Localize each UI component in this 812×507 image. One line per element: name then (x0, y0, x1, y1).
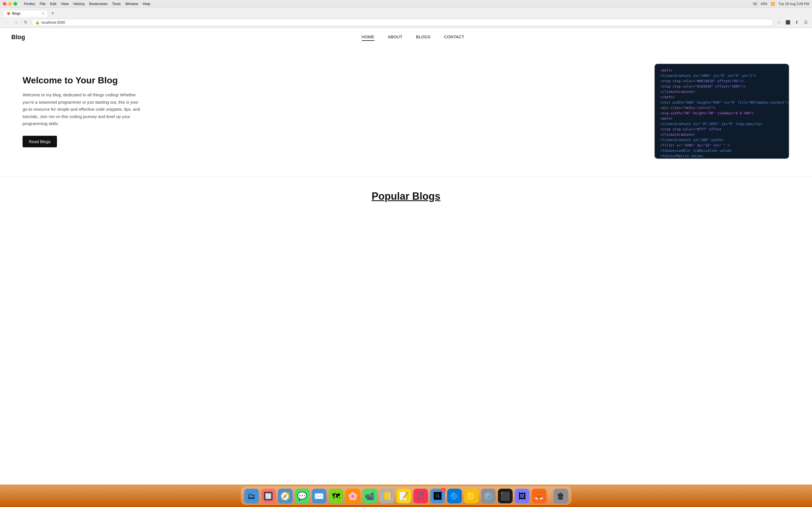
traffic-lights (3, 2, 17, 6)
code-line: <svg width="96" height="96" viewBox="0 0… (660, 111, 783, 115)
maximize-button[interactable] (13, 2, 17, 6)
code-line: <filter x="-500%" dy="16" in=" " > (660, 144, 783, 147)
url-input[interactable]: 🔒 localhost:3000 (32, 19, 773, 26)
pocket-icon[interactable]: ⬛ (784, 19, 791, 25)
hero-section: Welcome to Your Blog Welcome to my blog,… (0, 47, 812, 176)
minimize-button[interactable] (8, 2, 12, 6)
code-line: <defs> (660, 117, 783, 121)
menu-view[interactable]: View (61, 2, 69, 6)
back-button[interactable]: ‹ (3, 18, 10, 26)
tab-bar: 🦊 Blogs × + (0, 8, 812, 17)
tab-title: Blogs (12, 11, 40, 15)
site-logo: Blog (11, 34, 25, 41)
popular-blogs-title: Popular Blogs (22, 190, 790, 202)
code-line: <stop stop-color="#0619018" offset="0%"/… (660, 79, 783, 83)
new-tab-button[interactable]: + (49, 10, 56, 17)
menu-help[interactable]: Help (143, 2, 150, 6)
code-line: <feColorMatrix values (660, 154, 783, 158)
menu-firefox[interactable]: Firefox (24, 2, 35, 6)
datetime: Tue 29 Aug 3:09 PM (778, 2, 809, 6)
hero-description: Welcome to my blog, dedicated to all thi… (22, 91, 141, 127)
tab-favicon: 🦊 (6, 11, 10, 15)
tab-close-button[interactable]: × (42, 11, 44, 15)
menu-edit[interactable]: Edit (50, 2, 56, 6)
code-line: <feGaussianBlur stdDeviation values (660, 149, 783, 153)
site-navigation: Blog HOME ABOUT BLOGS CONTACT (0, 28, 812, 47)
url-text: localhost:3000 (42, 20, 65, 24)
code-line: <linearGradient x1="-87.565%" y1="0" sto… (660, 122, 783, 126)
reload-button[interactable]: ↻ (22, 18, 29, 26)
menu-history[interactable]: History (73, 2, 85, 6)
bookmark-icon[interactable]: ☆ (775, 19, 782, 25)
nav-blogs[interactable]: BLOGS (416, 34, 430, 40)
code-line: </linearGradient> (660, 133, 783, 136)
nav-contact[interactable]: CONTACT (444, 34, 464, 40)
menu-file[interactable]: File (40, 2, 46, 6)
active-tab[interactable]: 🦊 Blogs × (3, 10, 48, 17)
code-line: <div class="media-control"> (660, 106, 783, 110)
security-icon: 🔒 (35, 20, 40, 24)
code-line: <linearGradient x1="100%" y1="0" x2="0" … (660, 74, 783, 78)
titlebar: Firefox File Edit View History Bookmarks… (0, 0, 812, 8)
code-line: </defs> (660, 95, 783, 99)
nav-home[interactable]: HOME (362, 34, 374, 40)
code-line: <linearGradient x2="500" width> (660, 138, 783, 142)
code-line: <defs> (660, 68, 783, 72)
code-line: <stop stop-color="#103040" offset="100%"… (660, 84, 783, 89)
hero-image-box: <defs> <linearGradient x1="100%" y1="0" … (654, 63, 790, 159)
code-image: <defs> <linearGradient x1="100%" y1="0" … (655, 64, 789, 159)
menu-tools[interactable]: Tools (112, 2, 121, 6)
address-bar: ‹ › ↻ 🔒 localhost:3000 ☆ ⬛ ⬇ ☰ (0, 17, 812, 27)
battery-indicator: 49% (761, 2, 767, 6)
hero-text: Welcome to Your Blog Welcome to my blog,… (22, 75, 637, 147)
nav-links: HOME ABOUT BLOGS CONTACT (362, 34, 464, 40)
menu-window[interactable]: Window (125, 2, 138, 6)
browser-toolbar-right: ☆ ⬛ ⬇ ☰ (775, 19, 809, 25)
se-icon: SE (753, 2, 757, 6)
wifi-icon: 📶 (771, 2, 775, 6)
popular-blogs-section: Popular Blogs (0, 176, 812, 219)
code-line: </linearGradient> (660, 90, 783, 94)
menu-icon[interactable]: ☰ (802, 19, 809, 25)
website-content: Blog HOME ABOUT BLOGS CONTACT Welcome to… (0, 28, 812, 219)
status-bar: SE 49% 📶 Tue 29 Aug 3:09 PM (753, 2, 809, 6)
browser-chrome: 🦊 Blogs × + ‹ › ↻ 🔒 localhost:3000 ☆ ⬛ ⬇… (0, 8, 812, 28)
code-line: <stop stop-color="#fff" offset (660, 127, 783, 131)
nav-about[interactable]: ABOUT (388, 34, 403, 40)
forward-button[interactable]: › (12, 18, 20, 26)
hero-title: Welcome to Your Blog (22, 75, 637, 86)
close-button[interactable] (3, 2, 6, 6)
code-line: <rect width="800" height="450" rx="9" fi… (660, 101, 783, 105)
menu-bookmarks[interactable]: Bookmarks (89, 2, 108, 6)
menubar: Firefox File Edit View History Bookmarks… (24, 2, 150, 6)
read-blogs-button[interactable]: Read Blogs (22, 136, 57, 147)
extensions-icon[interactable]: ⬇ (794, 19, 800, 25)
